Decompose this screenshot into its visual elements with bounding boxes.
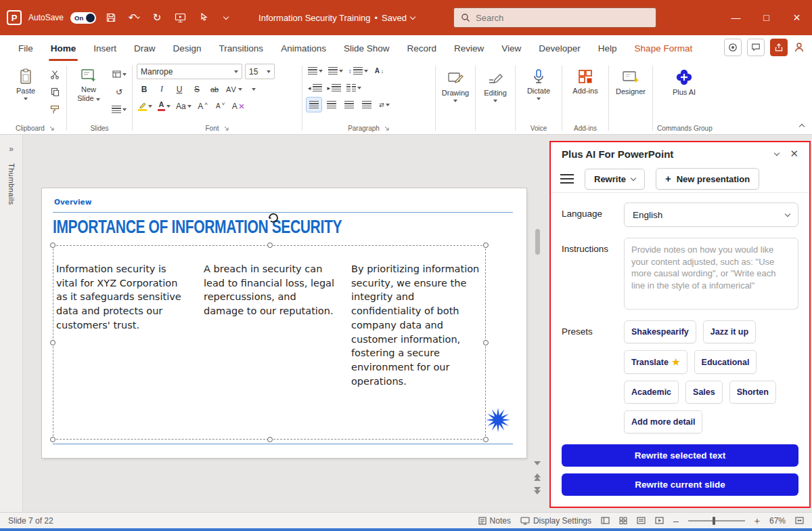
slideshow-from-beginning-icon[interactable]	[172, 9, 188, 26]
new-slide-button[interactable]: NewSlide	[71, 64, 106, 122]
increase-indent-button[interactable]: ▸	[326, 81, 343, 95]
vertical-scrollbar-thumb[interactable]	[535, 229, 540, 255]
close-button[interactable]: ×	[782, 0, 812, 35]
character-spacing-button[interactable]: AV	[225, 82, 244, 96]
tab-transitions[interactable]: Transitions	[210, 35, 273, 61]
selection-handle[interactable]	[50, 437, 55, 442]
search-input[interactable]	[476, 13, 649, 23]
highlight-color-button[interactable]	[137, 99, 154, 113]
preset-academic[interactable]: Academic	[624, 381, 679, 404]
preset-sales[interactable]: Sales	[685, 381, 723, 404]
clipboard-dialog-launcher[interactable]	[48, 125, 55, 131]
bullets-button[interactable]	[307, 64, 324, 78]
line-spacing-button[interactable]: ↕	[347, 64, 369, 78]
strikethrough-ab-button[interactable]: ab	[207, 82, 222, 96]
preset-add-more-detail[interactable]: Add more detail	[624, 410, 702, 433]
maximize-button[interactable]: □	[751, 0, 782, 35]
panel-close-icon[interactable]: ✕	[790, 148, 798, 160]
font-dialog-launcher[interactable]	[223, 125, 229, 131]
autosave-toggle[interactable]: On	[70, 12, 96, 24]
slide-layout-icon[interactable]	[110, 67, 128, 81]
clear-formatting-button[interactable]: A	[231, 99, 246, 113]
fit-slide-button[interactable]	[795, 517, 804, 524]
tab-help[interactable]: Help	[589, 35, 626, 61]
powerpoint-logo-icon[interactable]: P	[7, 10, 22, 25]
columns-button[interactable]	[345, 81, 363, 95]
slide-counter[interactable]: Slide 7 of 22	[8, 516, 53, 526]
saved-status[interactable]: Saved	[382, 13, 407, 23]
font-name-combo[interactable]: Manrope	[137, 64, 242, 79]
cut-icon[interactable]	[47, 67, 62, 81]
editing-button[interactable]: Editing	[476, 62, 515, 134]
previous-slide-button[interactable]	[534, 473, 541, 481]
selection-handle[interactable]	[267, 437, 273, 442]
tab-view[interactable]: View	[493, 35, 530, 61]
zoom-slider-thumb[interactable]	[713, 517, 715, 525]
selection-handle[interactable]	[483, 437, 489, 442]
slide-title[interactable]: IMPORTANCE OF INFORMATION SECURITY	[53, 217, 342, 238]
redo-button[interactable]: ↻	[149, 9, 165, 26]
touch-mouse-mode-icon[interactable]	[195, 9, 211, 26]
panel-collapse-icon[interactable]	[774, 150, 780, 156]
next-slide-button[interactable]	[534, 487, 541, 494]
selection-handle[interactable]	[483, 242, 489, 248]
strikethrough-button[interactable]: S	[189, 82, 204, 96]
zoom-out-button[interactable]: –	[673, 515, 679, 526]
language-select[interactable]: English	[624, 203, 798, 227]
saved-chevron-icon[interactable]	[410, 14, 415, 19]
align-left-button[interactable]	[307, 98, 321, 112]
bold-button[interactable]: B	[137, 82, 152, 96]
record-icon[interactable]	[724, 39, 742, 56]
selection-handle[interactable]	[50, 242, 55, 248]
text-direction-button[interactable]: ⇄	[377, 98, 392, 112]
align-center-button[interactable]	[324, 98, 339, 112]
display-settings-button[interactable]: Display Settings	[520, 516, 591, 526]
expand-thumbnails-icon[interactable]: »	[9, 144, 14, 154]
tab-developer[interactable]: Developer	[530, 35, 589, 61]
preset-educational[interactable]: Educational	[694, 350, 757, 374]
panel-menu-icon[interactable]	[560, 174, 574, 184]
selection-handle[interactable]	[267, 242, 273, 248]
preset-shorten[interactable]: Shorten	[729, 381, 776, 404]
copy-icon[interactable]	[47, 85, 62, 99]
tab-home[interactable]: Home	[42, 35, 85, 61]
share-button[interactable]	[770, 39, 788, 56]
preset-shakespearify[interactable]: Shakespearify	[624, 320, 696, 343]
dictate-button[interactable]: Dictate	[520, 64, 558, 122]
tab-slide-show[interactable]: Slide Show	[335, 35, 399, 61]
selected-text-box[interactable]: Information security is vital for XYZ Co…	[53, 245, 486, 440]
grow-font-button[interactable]: A˄	[196, 99, 210, 113]
tab-record[interactable]: Record	[398, 35, 445, 61]
selection-handle[interactable]	[483, 340, 489, 345]
tab-shape-format[interactable]: Shape Format	[626, 35, 702, 61]
tab-review[interactable]: Review	[445, 35, 493, 61]
justify-button[interactable]	[359, 98, 374, 112]
tab-design[interactable]: Design	[164, 35, 210, 61]
normal-view-button[interactable]	[601, 517, 610, 524]
notes-button[interactable]: Notes	[478, 516, 511, 526]
change-case-button[interactable]: Aa	[175, 99, 193, 113]
paste-button[interactable]: Paste	[8, 64, 43, 122]
save-icon[interactable]	[103, 9, 119, 26]
selection-handle[interactable]	[50, 340, 55, 345]
reset-slide-icon[interactable]: ↺	[110, 85, 128, 99]
reading-view-button[interactable]	[637, 517, 646, 524]
tab-insert[interactable]: Insert	[85, 35, 125, 61]
slide-text-column-3[interactable]: By prioritizing information security, we…	[351, 262, 482, 439]
addins-button[interactable]: Add-ins	[566, 64, 604, 122]
format-painter-icon[interactable]	[47, 102, 62, 116]
rewrite-selected-text-button[interactable]: Rewrite selected text	[562, 444, 798, 467]
drawing-button[interactable]: Drawing	[436, 62, 475, 134]
scroll-down-button[interactable]	[534, 461, 541, 465]
slide-sorter-view-button[interactable]	[619, 517, 627, 524]
text-effects-button[interactable]	[246, 82, 261, 96]
zoom-slider[interactable]	[688, 520, 745, 522]
designer-button[interactable]: Designer	[609, 62, 652, 134]
numbering-button[interactable]	[327, 64, 344, 78]
slide-text-column-1[interactable]: Information security is vital for XYZ Co…	[56, 262, 187, 439]
paragraph-dialog-launcher[interactable]	[383, 125, 390, 131]
slideshow-view-button[interactable]	[655, 517, 664, 524]
rewrite-current-slide-button[interactable]: Rewrite current slide	[562, 473, 798, 496]
tab-animations[interactable]: Animations	[272, 35, 335, 61]
decrease-indent-button[interactable]: ◂	[307, 81, 323, 95]
